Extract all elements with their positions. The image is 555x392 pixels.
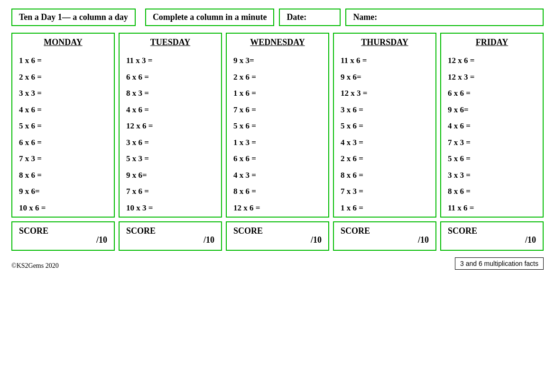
score-box-monday: SCORE/10 — [11, 221, 115, 251]
fact-item: 10 x 3 = — [120, 198, 221, 214]
fact-item: 11 x 6 = — [334, 50, 435, 67]
score-label: SCORE — [233, 226, 322, 236]
day-col-thursday: THURSDAY11 x 6 =9 x 6=12 x 3 =3 x 6 =5 x… — [333, 33, 436, 218]
fact-item: 6 x 6 = — [441, 83, 543, 100]
fact-item: 7 x 3 = — [12, 148, 114, 165]
title-box: Ten a Day 1— a column a day — [11, 9, 136, 26]
name-label: Name: — [353, 12, 377, 22]
date-label: Date: — [287, 12, 306, 22]
fact-item: 7 x 3 = — [441, 132, 543, 149]
fact-item: 12 x 3 = — [441, 67, 543, 83]
fact-item: 1 x 6 = — [334, 198, 435, 214]
fact-item: 4 x 3 = — [334, 132, 435, 149]
fact-item: 7 x 6 = — [120, 181, 221, 198]
day-header-monday: MONDAY — [12, 34, 114, 50]
fact-item: 12 x 6 = — [227, 198, 328, 214]
score-value: /10 — [311, 235, 322, 245]
fact-item: 7 x 3 = — [334, 181, 435, 198]
score-value: /10 — [204, 235, 214, 245]
score-label: SCORE — [341, 226, 429, 236]
fact-item: 9 x 6= — [441, 100, 543, 116]
fact-item: 2 x 6 = — [12, 67, 114, 83]
name-box: Name: — [345, 9, 544, 26]
copyright: ©KS2Gems 2020 — [11, 262, 59, 270]
fact-item: 3 x 6 = — [120, 132, 221, 149]
day-header-friday: FRIDAY — [441, 34, 543, 50]
title-text: Ten a Day 1— a column a day — [19, 12, 128, 22]
score-row: SCORE/10SCORE/10SCORE/10SCORE/10SCORE/10 — [11, 221, 544, 251]
fact-item: 2 x 6 = — [334, 148, 435, 165]
fact-item: 11 x 3 = — [120, 50, 221, 67]
fact-item: 11 x 6 = — [441, 198, 543, 214]
fact-item: 6 x 6 = — [227, 148, 328, 165]
score-label: SCORE — [448, 226, 536, 236]
day-col-wednesday: WEDNESDAY9 x 3=2 x 6 =1 x 6 =7 x 6 =5 x … — [226, 33, 329, 218]
day-col-tuesday: TUESDAY11 x 3 =6 x 6 =8 x 3 =4 x 6 =12 x… — [119, 33, 222, 218]
date-box: Date: — [279, 9, 341, 26]
fact-item: 4 x 6 = — [12, 100, 114, 116]
fact-item: 5 x 3 = — [120, 148, 221, 165]
day-header-tuesday: TUESDAY — [120, 34, 221, 50]
complete-text: Complete a column in a minute — [153, 12, 267, 22]
fact-item: 9 x 6= — [120, 165, 221, 182]
fact-item: 5 x 6 = — [441, 148, 543, 165]
score-box-wednesday: SCORE/10 — [226, 221, 329, 251]
fact-item: 5 x 6 = — [334, 116, 435, 132]
score-box-tuesday: SCORE/10 — [119, 221, 222, 251]
day-col-monday: MONDAY1 x 6 =2 x 6 =3 x 3 =4 x 6 =5 x 6 … — [11, 33, 115, 218]
fact-item: 9 x 6= — [12, 181, 114, 198]
fact-item: 5 x 6 = — [227, 116, 328, 132]
day-header-wednesday: WEDNESDAY — [227, 34, 328, 50]
day-header-thursday: THURSDAY — [334, 34, 435, 50]
fact-item: 6 x 6 = — [120, 67, 221, 83]
fact-item: 2 x 6 = — [227, 67, 328, 83]
score-value: /10 — [96, 235, 107, 245]
fact-item: 1 x 6 = — [12, 50, 114, 67]
score-value: /10 — [525, 235, 536, 245]
fact-item: 12 x 6 = — [441, 50, 543, 67]
fact-item: 4 x 6 = — [120, 100, 221, 116]
footer-row: ©KS2Gems 2020 3 and 6 multiplication fac… — [11, 257, 544, 270]
fact-item: 12 x 6 = — [120, 116, 221, 132]
facts-tag: 3 and 6 multiplication facts — [455, 257, 544, 270]
fact-item: 7 x 6 = — [227, 100, 328, 116]
fact-item: 10 x 6 = — [12, 198, 114, 214]
fact-item: 3 x 3 = — [441, 165, 543, 182]
fact-item: 1 x 3 = — [227, 132, 328, 149]
fact-item: 4 x 3 = — [227, 165, 328, 182]
score-value: /10 — [418, 235, 429, 245]
fact-item: 3 x 6 = — [334, 100, 435, 116]
fact-item: 12 x 3 = — [334, 83, 435, 100]
fact-item: 6 x 6 = — [12, 132, 114, 149]
fact-item: 3 x 3 = — [12, 83, 114, 100]
fact-item: 1 x 6 = — [227, 83, 328, 100]
fact-item: 8 x 3 = — [120, 83, 221, 100]
complete-box: Complete a column in a minute — [145, 9, 275, 26]
fact-item: 8 x 6 = — [227, 181, 328, 198]
columns-row: MONDAY1 x 6 =2 x 6 =3 x 3 =4 x 6 =5 x 6 … — [11, 33, 544, 218]
fact-item: 9 x 6= — [334, 67, 435, 83]
fact-item: 8 x 6 = — [441, 181, 543, 198]
score-box-thursday: SCORE/10 — [333, 221, 436, 251]
score-box-friday: SCORE/10 — [440, 221, 544, 251]
header-row: Ten a Day 1— a column a day Complete a c… — [11, 9, 544, 26]
fact-item: 4 x 6 = — [441, 116, 543, 132]
fact-item: 8 x 6 = — [334, 165, 435, 182]
fact-item: 9 x 3= — [227, 50, 328, 67]
day-col-friday: FRIDAY12 x 6 =12 x 3 =6 x 6 =9 x 6=4 x 6… — [440, 33, 544, 218]
score-label: SCORE — [126, 226, 214, 236]
fact-item: 5 x 6 = — [12, 116, 114, 132]
fact-item: 8 x 6 = — [12, 165, 114, 182]
score-label: SCORE — [19, 226, 107, 236]
